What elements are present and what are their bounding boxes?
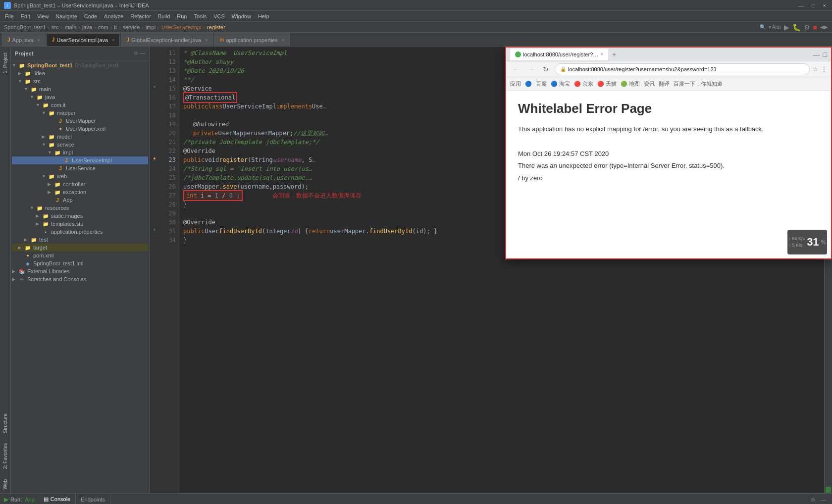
tree-item-usermapper[interactable]: ▶ J UserMapper [12, 117, 148, 125]
browser-minimize-btn[interactable]: — [813, 50, 820, 58]
settings-icon[interactable]: ⚙ [809, 496, 817, 504]
breadcrumb-part[interactable]: UserServiceImpl [161, 24, 202, 30]
url-bar[interactable]: 🔒 localhost:8080/user/register?username=… [555, 63, 810, 75]
tree-item-src[interactable]: ▼ 📁 src [12, 77, 148, 85]
menu-view[interactable]: View [34, 12, 52, 20]
menu-tools[interactable]: Tools [191, 12, 209, 20]
bookmark-zixun[interactable]: 资讯 [644, 80, 655, 88]
toolbar-search-btn[interactable]: 🔍 [760, 24, 766, 30]
tree-item-java[interactable]: ▼ 📁 java [12, 93, 148, 101]
tab-console[interactable]: ▤ Console [39, 494, 76, 504]
menu-refactor[interactable]: Refactor [127, 12, 154, 20]
sidebar-config-btn[interactable]: ⚙ [134, 50, 138, 56]
tree-item-external-libraries[interactable]: ▶ 📚 External Libraries [12, 267, 148, 275]
close-panel-btn[interactable]: — [819, 496, 828, 504]
tree-item-com-it[interactable]: ▼ 📁 com.it [12, 101, 148, 109]
breadcrumb-part[interactable]: impl [146, 24, 156, 30]
tab-close-icon[interactable]: × [282, 38, 284, 43]
tree-item-service[interactable]: ▼ 📁 service [12, 141, 148, 149]
tab-close-icon[interactable]: × [37, 38, 40, 43]
tree-item-test[interactable]: ▶ 📁 test [12, 236, 148, 244]
tree-item-static-images[interactable]: ▶ 📁 static.images [12, 212, 148, 220]
toolbar-debug-btn[interactable]: 🐛 [792, 23, 801, 31]
tab-userserviceimpl[interactable]: J UserServiceImpl.java × [47, 33, 120, 46]
breadcrumb-part[interactable]: register [207, 24, 225, 30]
menu-run[interactable]: Run [174, 12, 190, 20]
tree-item-templates-stu[interactable]: ▶ 📁 templates.stu [12, 220, 148, 228]
structure-tool-btn[interactable]: Structure [1, 409, 9, 438]
tree-item-pom-xml[interactable]: ▶ ✦ pom.xml [12, 252, 148, 259]
tree-item-target[interactable]: ▶ 📁 target [12, 244, 148, 252]
breadcrumb-part[interactable]: com [98, 24, 108, 30]
tree-item-web[interactable]: ▼ 📁 web [12, 172, 148, 180]
bookmark-tianmao[interactable]: 🔴 天猫 [597, 80, 617, 88]
toolbar-more-btn[interactable]: ◀▶ [820, 24, 828, 30]
bookmark-jd[interactable]: 🔴 京东 [574, 80, 593, 88]
breadcrumb-part[interactable]: java [82, 24, 92, 30]
project-tool-btn[interactable]: 1: Project [1, 49, 9, 77]
breadcrumb-part[interactable]: main [64, 24, 76, 30]
tab-endpoints[interactable]: Endpoints [76, 494, 110, 504]
bookmark-taobao[interactable]: 🔵 淘宝 [551, 80, 570, 88]
tab-close-icon[interactable]: × [205, 38, 208, 43]
tab-app-java[interactable]: J App.java × [2, 33, 46, 46]
code-editor[interactable]: ● ▲ ▲ 11 12 [150, 47, 832, 493]
tab-globalexceptionhandler[interactable]: J GlobalExceptionHandler.java × [121, 33, 213, 46]
browser-tab-close[interactable]: × [600, 51, 603, 57]
tree-item-idea[interactable]: ▶ 📁 .idea [12, 69, 148, 77]
tree-item-userserviceimpl[interactable]: ▶ J UserServiceImpl [12, 156, 148, 164]
browser-new-tab-btn[interactable]: + [612, 50, 616, 58]
tree-item-app[interactable]: ▶ J App [12, 196, 148, 204]
breadcrumb-part[interactable]: service [122, 24, 140, 30]
bookmark-fanyi[interactable]: 翻译 [659, 80, 670, 88]
tree-item-model[interactable]: ▶ 📁 model [12, 133, 148, 141]
tree-item-scratches[interactable]: ▶ ✏ Scratches and Consoles [12, 275, 148, 283]
breadcrumb-part[interactable]: SpringBoot_test1 [4, 24, 46, 30]
refresh-button[interactable]: ↻ [540, 65, 552, 73]
toolbar-stop-btn[interactable]: ■ [813, 23, 817, 31]
bookmark-baidu-search[interactable]: 百度一下，你就知道 [674, 80, 723, 88]
browser-extensions-btn[interactable]: ⋮ [821, 66, 827, 73]
bookmark-ditu[interactable]: 🟢 地图 [621, 80, 640, 88]
tree-item-resources[interactable]: ▼ 📁 resources [12, 204, 148, 212]
bookmark-apps[interactable]: 应用 [510, 80, 521, 88]
tree-item-application-properties[interactable]: ▶ ▪ application.properties [12, 228, 148, 236]
back-button[interactable]: ← [510, 65, 522, 73]
menu-code[interactable]: Code [81, 12, 100, 20]
tree-item-controller[interactable]: ▶ 📁 controller [12, 180, 148, 188]
browser-maximize-btn[interactable]: □ [823, 50, 827, 58]
minimize-button[interactable]: — [796, 2, 806, 8]
close-button[interactable]: × [821, 2, 828, 8]
toolbar-settings-btn[interactable]: ⚙ [804, 23, 810, 31]
browser-tab[interactable]: localhost:8080/user/register?… × [510, 49, 608, 60]
web-tool-btn[interactable]: Web [1, 475, 9, 493]
menu-edit[interactable]: Edit [18, 12, 33, 20]
tree-item-usermapper-xml[interactable]: ▶ ✦ UserMapper.xml [12, 125, 148, 133]
tab-application-properties[interactable]: m application.properties × [214, 33, 290, 46]
toolbar-run-btn[interactable]: ▶ [784, 23, 789, 31]
menu-help[interactable]: Help [255, 12, 272, 20]
bookmark-star-icon[interactable]: ☆ [813, 66, 818, 73]
tree-item-exception[interactable]: ▶ 📁 exception [12, 188, 148, 196]
tree-item-root[interactable]: ▼ 📁 SpringBoot_test1 D:\SpringBoot_test1 [12, 61, 148, 69]
menu-vcs[interactable]: VCS [210, 12, 228, 20]
tree-item-impl[interactable]: ▼ 📁 impl [12, 149, 148, 156]
favorites-tool-btn[interactable]: 2: Favorites [1, 439, 9, 473]
menu-file[interactable]: File [2, 12, 17, 20]
forward-button[interactable]: → [525, 65, 537, 73]
app-dropdown[interactable]: ▾ App [769, 24, 781, 30]
menu-build[interactable]: Build [155, 12, 173, 20]
breadcrumb-part[interactable]: src [52, 24, 59, 30]
tab-close-icon[interactable]: × [112, 38, 114, 43]
tree-item-main[interactable]: ▼ 📁 main [12, 85, 148, 93]
bookmark-baidu[interactable]: 百度 [536, 80, 547, 88]
breadcrumb-part[interactable]: it [114, 24, 117, 30]
menu-window[interactable]: Window [229, 12, 254, 20]
tree-item-mapper[interactable]: ▼ 📁 mapper [12, 109, 148, 117]
sidebar-minimize-btn[interactable]: — [140, 50, 145, 56]
menu-navigate[interactable]: Navigate [52, 12, 80, 20]
menu-analyze[interactable]: Analyze [101, 12, 126, 20]
maximize-button[interactable]: □ [810, 2, 817, 8]
tree-item-iml[interactable]: ▶ ◆ SpringBoot_test1.iml [12, 259, 148, 267]
tree-item-userservice[interactable]: ▶ J UserService [12, 164, 148, 172]
